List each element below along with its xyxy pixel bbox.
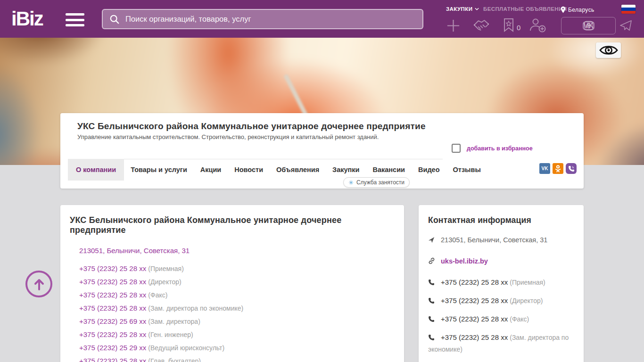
- tab-products[interactable]: Товары и услуги: [124, 159, 194, 181]
- phone-link[interactable]: +375 (2232) 25 28 xx: [79, 278, 146, 286]
- purchases-label: ЗАКУПКИ: [446, 6, 472, 12]
- snowflake-icon: ✳: [348, 180, 354, 186]
- contact-phone-row: +375 (2232) 25 28 xx (Директор): [428, 295, 574, 307]
- about-heading: УКС Белыничского района Коммунальное уни…: [70, 215, 353, 235]
- phone-row: +375 (2232) 25 69 xx (Зам. директора): [79, 315, 395, 328]
- phone-link[interactable]: +375 (2232) 25 28 xx: [441, 333, 508, 341]
- phone-link[interactable]: +375 (2232) 25 29 xx: [79, 344, 146, 352]
- favorites-bookmark-icon[interactable]: [503, 18, 514, 32]
- header: iBiz ЗАКУПКИ БЕСПЛАТНЫЕ ОБЪЯВЛЕНИЯ Белар…: [0, 0, 644, 38]
- phone-link[interactable]: +375 (2232) 25 28 xx: [79, 304, 146, 312]
- company-website-link[interactable]: uks-bel.ibiz.by: [441, 257, 488, 265]
- company-address-link[interactable]: 213051, Белыничи, Советская, 31: [79, 247, 190, 255]
- scroll-to-top-button[interactable]: [25, 271, 52, 297]
- employment-service-label: Служба занятости: [356, 179, 405, 186]
- location-pin-icon: [561, 6, 566, 13]
- phone-link[interactable]: +375 (2232) 25 28 xx: [441, 315, 508, 323]
- arrow-up-icon: [33, 278, 45, 291]
- company-tabs: О компании Товары и услуги Акции Новости…: [68, 159, 487, 181]
- contact-phone-row: +375 (2232) 25 28 xx (Приемная): [428, 277, 574, 289]
- phone-row: +375 (2232) 25 28 xx (Директор): [79, 275, 395, 288]
- add-to-favorites[interactable]: добавить в избранное: [452, 144, 533, 153]
- contact-address: 213051, Белыничи, Советская, 31: [441, 236, 547, 244]
- country-label: Беларусь: [568, 7, 594, 13]
- odnoklassniki-icon[interactable]: [553, 163, 563, 174]
- phone-icon: [428, 296, 436, 307]
- company-header-card: УКС Белыничского района Коммунальное уни…: [60, 113, 584, 189]
- phone-label: (Директор): [148, 278, 181, 286]
- language-flag-russian[interactable]: [621, 5, 636, 14]
- phone-icon: [428, 315, 436, 326]
- phone-label: (Директор): [510, 297, 543, 304]
- contact-info-card: Контактная информация 213051, Белыничи, …: [419, 205, 584, 362]
- navigation-arrow-icon: [428, 236, 436, 247]
- handshake-icon[interactable]: [473, 18, 490, 33]
- phone-label: (Приемная): [148, 265, 184, 272]
- contact-info-heading: Контактная информация: [428, 215, 574, 225]
- phone-link[interactable]: +375 (2232) 25 69 xx: [79, 317, 146, 325]
- company-subtitle: Управление капитальным строительством. С…: [77, 133, 379, 140]
- vk-share-icon[interactable]: VK: [539, 163, 550, 174]
- contact-phone-row: +375 (2232) 25 28 xx (Факс): [428, 313, 574, 326]
- phone-row: +375 (2232) 25 28 xx (Приемная): [79, 262, 395, 275]
- phone-link[interactable]: +375 (2232) 25 28 xx: [79, 330, 146, 338]
- phone-label: (Зам. директора): [148, 318, 200, 325]
- free-ads-link[interactable]: БЕСПЛАТНЫЕ ОБЪЯВЛЕНИЯ: [483, 6, 567, 12]
- link-icon: [428, 257, 436, 268]
- address-row: 213051, Белыничи, Советская, 31: [79, 247, 395, 255]
- company-title: УКС Белыничского района Коммунальное уни…: [77, 121, 426, 132]
- tab-news[interactable]: Новости: [228, 159, 270, 181]
- phone-row: +375 (2232) 25 28 xx (Зам. директора по …: [79, 302, 395, 315]
- phone-row: +375 (2232) 25 28 xx (Ген. инженер): [79, 328, 395, 341]
- telegram-icon[interactable]: [619, 20, 632, 31]
- ibiz-logo[interactable]: iBiz: [11, 8, 43, 30]
- tab-reviews[interactable]: Отзывы: [446, 159, 487, 181]
- phone-label: (Ген. инженер): [148, 331, 193, 338]
- add-company-icon[interactable]: [446, 18, 461, 33]
- favorites-label: добавить в избранное: [467, 145, 533, 152]
- country-selector[interactable]: Беларусь: [561, 6, 594, 13]
- phone-row: +375 (2232) 25 28 xx (Глав. бухгалтер): [79, 354, 395, 362]
- sign-in-icon[interactable]: [529, 18, 546, 33]
- eye-icon: [599, 44, 618, 56]
- phone-label: (Ведущий юрисконсульт): [148, 344, 224, 352]
- header-social-box: VK: [561, 17, 616, 34]
- viber-icon[interactable]: [566, 163, 577, 174]
- contact-website-row: uks-bel.ibiz.by: [428, 256, 574, 268]
- company-social-links: VK: [539, 163, 577, 174]
- tab-ads[interactable]: Объявления: [270, 159, 326, 181]
- phone-link[interactable]: +375 (2232) 25 28 xx: [79, 357, 146, 362]
- phone-label: (Факс): [510, 315, 529, 323]
- contact-address-row: 213051, Белыничи, Советская, 31: [428, 235, 574, 247]
- phone-icon: [428, 278, 436, 289]
- purchases-menu[interactable]: ЗАКУПКИ: [446, 6, 479, 12]
- phone-row: +375 (2232) 25 29 xx (Ведущий юрисконсул…: [79, 341, 395, 354]
- menu-icon[interactable]: [66, 13, 84, 26]
- employment-service-badge: ✳ Служба занятости: [343, 177, 410, 188]
- youtube-icon[interactable]: [583, 21, 594, 30]
- phone-list: +375 (2232) 25 28 xx (Приемная) +375 (22…: [79, 262, 395, 362]
- tab-about[interactable]: О компании: [68, 159, 124, 181]
- favorites-count: 0: [517, 24, 520, 32]
- chevron-down-icon: [475, 8, 479, 10]
- phone-label: (Зам. директора по экономике): [148, 304, 243, 312]
- phone-link[interactable]: +375 (2232) 25 28 xx: [79, 264, 146, 272]
- about-card: УКС Белыничского района Коммунальное уни…: [60, 205, 404, 362]
- phone-link[interactable]: +375 (2232) 25 28 xx: [79, 291, 146, 299]
- search-box: [102, 9, 423, 29]
- tab-video[interactable]: Видео: [412, 159, 446, 181]
- phone-link[interactable]: +375 (2232) 25 28 xx: [441, 278, 508, 286]
- phone-link[interactable]: +375 (2232) 25 28 xx: [441, 296, 508, 304]
- phone-row: +375 (2232) 25 28 xx (Факс): [79, 288, 395, 302]
- phone-label: (Факс): [148, 291, 167, 299]
- phone-icon: [428, 333, 436, 344]
- search-input[interactable]: [125, 15, 416, 24]
- search-icon: [109, 14, 120, 25]
- tab-promotions[interactable]: Акции: [194, 159, 228, 181]
- accessibility-eye-button[interactable]: [596, 42, 621, 58]
- phone-label: (Глав. бухгалтер): [148, 357, 201, 362]
- favorites-checkbox[interactable]: [452, 144, 461, 153]
- contact-phone-row: +375 (2232) 25 28 xx (Зам. директора по …: [428, 332, 574, 355]
- phone-label: (Приемная): [510, 279, 545, 286]
